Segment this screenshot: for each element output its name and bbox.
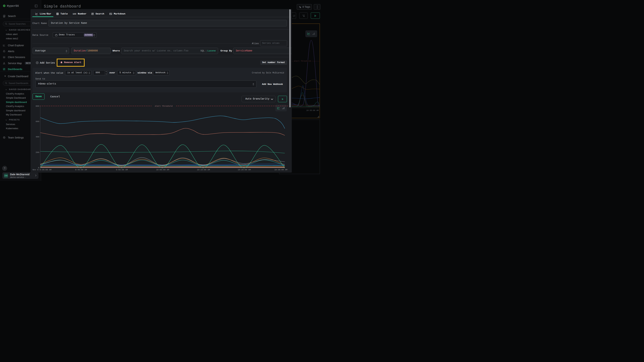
svg-text:9:55:00 AM: 9:55:00 AM [116, 169, 128, 171]
svg-text:200: 200 [36, 151, 39, 154]
svg-text:10:35:00 AM: 10:35:00 AM [274, 169, 288, 171]
svg-text:Alert Threshold: Alert Threshold [155, 105, 172, 107]
svg-text:Nov 6 9:35:00 AM: Nov 6 9:35:00 AM [32, 169, 52, 171]
svg-text:10:25:00 AM: 10:25:00 AM [238, 169, 251, 171]
svg-text:600: 600 [36, 120, 39, 123]
svg-text:10:05:00 AM: 10:05:00 AM [156, 169, 169, 171]
svg-text:400: 400 [36, 136, 39, 138]
svg-text:10:15:00 AM: 10:15:00 AM [197, 169, 210, 171]
svg-text:800: 800 [36, 105, 39, 107]
svg-text:9:45:00 AM: 9:45:00 AM [75, 169, 87, 171]
